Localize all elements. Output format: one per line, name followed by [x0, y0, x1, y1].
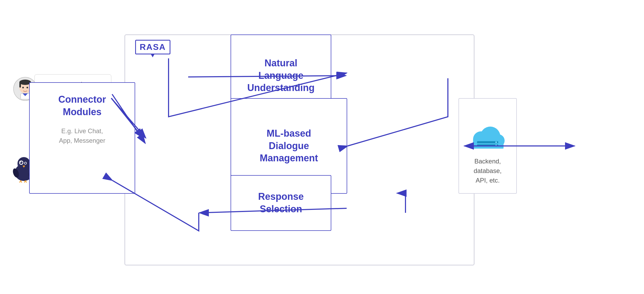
rasa-logo: RASA [135, 40, 170, 54]
response-label: Response Selection [258, 191, 304, 215]
ml-label: ML-based Dialogue Management [260, 127, 318, 165]
svg-point-29 [495, 145, 497, 146]
backend-box: Backend, database, API, etc. [458, 98, 517, 194]
svg-point-11 [20, 161, 23, 164]
cloud-icon [466, 122, 509, 154]
svg-rect-26 [477, 141, 498, 143]
connector-label: Connector Modules [58, 93, 106, 118]
svg-point-14 [25, 162, 26, 164]
svg-point-7 [27, 87, 28, 88]
svg-rect-25 [473, 139, 504, 149]
nlu-label: Natural Language Understanding [247, 57, 315, 94]
svg-line-20 [25, 180, 27, 183]
svg-rect-4 [19, 82, 21, 88]
svg-point-6 [22, 87, 24, 88]
backend-label: Backend, database, API, etc. [474, 157, 501, 185]
diagram-container: RASA "I want to change my address" [8, 16, 636, 276]
svg-line-18 [21, 180, 22, 183]
svg-point-28 [495, 141, 497, 143]
svg-point-21 [17, 164, 20, 166]
svg-point-12 [20, 162, 21, 163]
response-selection-box: Response Selection [231, 175, 331, 231]
connector-box: Connector Modules E.g. Live Chat, App, M… [29, 82, 135, 194]
svg-rect-27 [477, 144, 498, 146]
connector-sublabel: E.g. Live Chat, App, Messenger [59, 126, 105, 145]
